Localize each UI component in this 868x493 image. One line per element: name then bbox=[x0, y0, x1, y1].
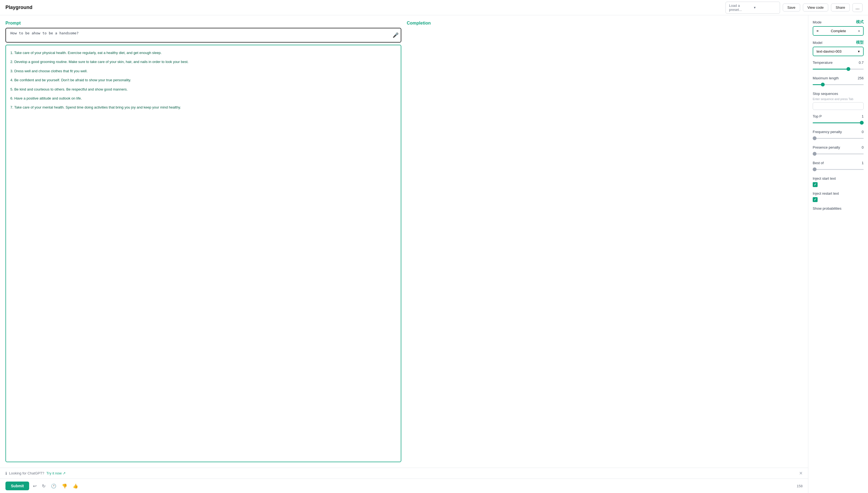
toolbar: Submit ↩ ↻ 🕐 👎 👍 158 bbox=[0, 478, 808, 493]
top-p-slider[interactable] bbox=[813, 120, 864, 125]
inject-restart-checkbox[interactable]: ✓ bbox=[813, 197, 818, 202]
sidebar-bestof-row: Best of 1 bbox=[813, 161, 864, 172]
info-icon: ℹ bbox=[5, 471, 7, 475]
mode-icon: ≡ bbox=[817, 29, 819, 33]
content-area: Prompt How to be ahow to be a handsome? … bbox=[0, 15, 808, 493]
sidebar-probabilities-row: Show probabilities bbox=[813, 207, 864, 211]
completion-line: 2. Develop a good grooming routine. Make… bbox=[10, 59, 396, 65]
completion-text: 1. Take care of your physical health. Ex… bbox=[10, 50, 396, 111]
sidebar-temperature-row: Temperature 0.7 bbox=[813, 61, 864, 72]
sidebar-mode-row: Mode 模式 ≡ Complete ▾ bbox=[813, 20, 864, 36]
notice-bar: ℹ Looking for ChatGPT? Try it now ↗ ✕ bbox=[0, 468, 808, 478]
sidebar-inject-restart-row: Inject restart text ✓ bbox=[813, 191, 864, 202]
preset-placeholder: Load a preset... bbox=[729, 3, 752, 12]
sidebar-model-row: Model 模型 text-davinci-003 ▾ bbox=[813, 40, 864, 56]
inject-start-checkbox-row: ✓ bbox=[813, 182, 864, 187]
sidebar-topp-row: Top P 1 bbox=[813, 114, 864, 125]
header-right: Load a preset... ▾ Save View code Share … bbox=[726, 2, 863, 14]
microphone-icon[interactable]: 🎤 bbox=[393, 32, 398, 38]
presence-slider[interactable] bbox=[813, 151, 864, 156]
chatgpt-notice: ℹ Looking for ChatGPT? Try it now ↗ bbox=[5, 471, 66, 475]
prompt-input[interactable]: How to be ahow to be a handsome? bbox=[8, 28, 393, 42]
completion-box: 1. Take care of your physical health. Ex… bbox=[5, 45, 401, 462]
stop-sequences-hint: Enter sequence and press Tab bbox=[813, 97, 864, 101]
inject-restart-checkbox-row: ✓ bbox=[813, 197, 864, 202]
topp-label-row: Top P 1 bbox=[813, 114, 864, 119]
temperature-slider[interactable] bbox=[813, 66, 864, 72]
completion-line: 5. Be kind and courteous to others. Be r… bbox=[10, 86, 396, 92]
checkmark-icon: ✓ bbox=[814, 198, 817, 201]
bestof-label-row: Best of 1 bbox=[813, 161, 864, 165]
sidebar-frequency-row: Frequency penalty 0 bbox=[813, 130, 864, 141]
undo-button[interactable]: ↩ bbox=[31, 483, 38, 490]
history-button[interactable]: 🕐 bbox=[49, 483, 58, 490]
thumbs-up-button[interactable]: 👍 bbox=[71, 483, 80, 490]
share-button[interactable]: Share bbox=[831, 3, 850, 12]
best-of-slider[interactable] bbox=[813, 167, 864, 172]
completion-section: Completion bbox=[407, 21, 803, 462]
sidebar-maxlength-row: Maximum length 256 bbox=[813, 76, 864, 87]
prompt-input-row: How to be ahow to be a handsome? 🎤 bbox=[6, 28, 401, 42]
submit-button[interactable]: Submit bbox=[5, 481, 29, 490]
close-notice-button[interactable]: ✕ bbox=[799, 471, 803, 476]
prompt-input-wrapper: How to be ahow to be a handsome? 🎤 bbox=[5, 28, 401, 43]
inject-start-checkbox[interactable]: ✓ bbox=[813, 182, 818, 187]
completion-line: 1. Take care of your physical health. Ex… bbox=[10, 50, 396, 56]
stop-sequences-input[interactable] bbox=[813, 102, 864, 110]
main-layout: Prompt How to be ahow to be a handsome? … bbox=[0, 15, 868, 493]
prompt-section: Prompt How to be ahow to be a handsome? … bbox=[5, 21, 401, 462]
mode-select[interactable]: ≡ Complete ▾ bbox=[813, 26, 864, 36]
sidebar-inject-start-row: Inject start text ✓ bbox=[813, 176, 864, 187]
chevron-down-icon: ▾ bbox=[754, 5, 776, 9]
model-select[interactable]: text-davinci-003 ▾ bbox=[813, 47, 864, 56]
header-left: Playground bbox=[5, 5, 32, 10]
chevron-down-icon: ▾ bbox=[858, 49, 860, 53]
more-button[interactable]: ... bbox=[852, 3, 863, 12]
view-code-button[interactable]: View code bbox=[803, 3, 828, 12]
model-label-row: Model 模型 bbox=[813, 40, 864, 45]
frequency-label-row: Frequency penalty 0 bbox=[813, 130, 864, 134]
max-length-slider[interactable] bbox=[813, 82, 864, 87]
preset-dropdown[interactable]: Load a preset... ▾ bbox=[726, 2, 780, 14]
char-count: 158 bbox=[797, 484, 803, 488]
header: Playground Load a preset... ▾ Save View … bbox=[0, 0, 868, 15]
presence-label-row: Presence penalty 0 bbox=[813, 145, 864, 149]
thumbs-down-button[interactable]: 👎 bbox=[60, 483, 69, 490]
checkmark-icon: ✓ bbox=[814, 183, 817, 187]
redo-button[interactable]: ↻ bbox=[40, 483, 47, 490]
maxlength-label-row: Maximum length 256 bbox=[813, 76, 864, 80]
sidebar-stop-sequences-row: Stop sequences Enter sequence and press … bbox=[813, 92, 864, 110]
completion-line: 7. Take care of your mental health. Spen… bbox=[10, 104, 396, 110]
page-title: Playground bbox=[5, 5, 32, 10]
sidebar: Mode 模式 ≡ Complete ▾ Model 模型 text-davin… bbox=[808, 15, 868, 493]
chevron-down-icon: ▾ bbox=[858, 29, 860, 33]
completion-label: Completion bbox=[407, 21, 803, 26]
completion-line: 3. Dress well and choose clothes that fi… bbox=[10, 68, 396, 74]
completion-line: 4. Be confident and be yourself. Don't b… bbox=[10, 77, 396, 83]
external-link-icon: ↗ bbox=[63, 471, 66, 475]
temperature-label-row: Temperature 0.7 bbox=[813, 61, 864, 65]
prompt-label: Prompt bbox=[5, 21, 401, 26]
try-it-now-link[interactable]: Try it now ↗ bbox=[46, 471, 66, 475]
sidebar-presence-row: Presence penalty 0 bbox=[813, 145, 864, 156]
notice-text: Looking for ChatGPT? bbox=[9, 471, 44, 475]
completion-line: 6. Have a positive attitude and outlook … bbox=[10, 95, 396, 102]
mode-label-row: Mode 模式 bbox=[813, 20, 864, 24]
editor-area: Prompt How to be ahow to be a handsome? … bbox=[0, 15, 808, 468]
save-button[interactable]: Save bbox=[783, 3, 800, 12]
frequency-slider[interactable] bbox=[813, 135, 864, 141]
